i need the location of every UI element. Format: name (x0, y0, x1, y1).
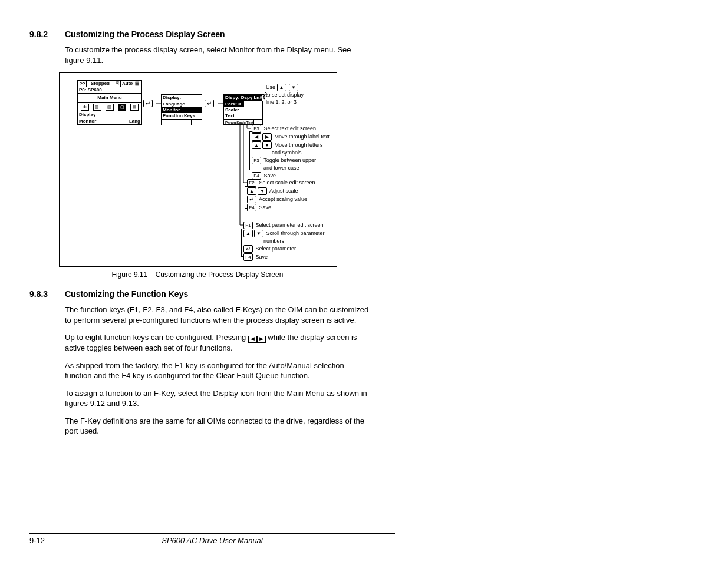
label: Select parameter (256, 246, 297, 252)
paragraph: Up to eight function keys can be configu… (65, 332, 371, 353)
text-edit-group: F3 Select text edit screen ◀▶ Move throu… (252, 125, 330, 180)
menu-icons-row: ✚ ▥ ▥ ▢ ▤ (78, 103, 141, 112)
left-arrow-icon: ◀ (248, 336, 257, 343)
right-arrow-icon: ▶ (257, 336, 266, 343)
f3-key-icon: F3 (252, 125, 261, 133)
enter-key-icon: ↵ (247, 196, 256, 203)
parameter-edit-group: F1 Select parameter edit screen ▲▼ Scrol… (243, 222, 325, 262)
instruction-line: to select display (266, 92, 304, 98)
display-label: Display (78, 112, 141, 118)
paper-icon: ▤ (130, 104, 139, 111)
down-arrow-icon: ▼ (254, 230, 263, 237)
lcd-display-menu: Display: Language Monitor Function Keys (161, 94, 202, 125)
paragraph: To assign a function to an F-Key, select… (65, 388, 371, 409)
enter-key-icon: ↵ (243, 245, 253, 253)
up-arrow-icon: ▲ (247, 187, 256, 195)
menu-item-language: Language (162, 101, 202, 107)
section-title: Customizing the Function Keys (65, 289, 188, 299)
figure-caption: Figure 9.11 – Customizing the Process Di… (59, 270, 336, 279)
scale-edit-group: F2 Select scale edit screen ▲▼ Adjust sc… (247, 179, 315, 212)
auto-label: Auto (120, 81, 134, 87)
lcd-dspy-line: Dispy: Dspy Ln# ⇕ Par#: # Scale: Text: P… (223, 94, 263, 125)
page-number: 9-12 (29, 536, 45, 545)
label: Save (256, 254, 268, 260)
label: and symbols (252, 150, 330, 156)
f2-key-icon: F2 (247, 179, 256, 187)
section-title: Customizing the Process Display Screen (65, 29, 225, 39)
section-heading-983: 9.8.3 Customizing the Function Keys (29, 289, 395, 299)
menu-item-function-keys: Function Keys (162, 113, 202, 119)
par-num: Par#: # (224, 101, 244, 107)
label: Move through label text (275, 134, 330, 140)
instruction-line: line 1, 2, or 3 (266, 99, 304, 105)
device-label: P0: SP600 (78, 87, 141, 94)
enter-key-icon: ↵ (143, 100, 153, 107)
top-instruction: Use ▲ ▼ to select display line 1, 2, or … (266, 84, 304, 106)
plus-icon: ✚ (81, 104, 89, 111)
f1-key-icon: F1 (243, 222, 253, 229)
label: Scroll through parameter (266, 230, 325, 236)
paragraph: The F-Key definitions are the same for a… (65, 416, 371, 437)
paragraph: The function keys (F1, F2, F3, and F4, a… (65, 305, 371, 325)
left-arrow-icon: ◀ (252, 133, 261, 141)
use-label: Use (266, 84, 275, 90)
lcd-main-menu: >> Stopped ☟ Auto ▤ P0: SP600 Main Menu … (77, 80, 142, 125)
dspy-title: Dispy: Dspy Ln# (225, 95, 262, 101)
up-arrow-icon: ▲ (252, 141, 261, 149)
hand-icon: ☟ (114, 81, 120, 87)
drive-icon: ▤ (134, 81, 140, 87)
text-fragment: Up to eight function keys can be configu… (65, 333, 248, 342)
softkey-param: Param (225, 120, 236, 124)
f3-key-icon: F3 (252, 157, 261, 164)
label: Move through letters (275, 142, 323, 148)
status-arrows: >> (79, 81, 87, 87)
label: Save (264, 173, 276, 178)
label: Accept scaling value (259, 196, 307, 202)
section-heading-982: 9.8.2 Customizing the Process Display Sc… (29, 29, 395, 39)
up-arrow-icon: ▲ (277, 84, 286, 91)
down-arrow-icon: ▼ (289, 84, 298, 91)
bracket (241, 229, 244, 257)
lines-icon: ▥ (106, 104, 114, 111)
label: Select parameter edit screen (256, 222, 324, 228)
manual-title: SP600 AC Drive User Manual (162, 536, 262, 545)
f4-key-icon: F4 (247, 204, 256, 211)
bracket (245, 186, 248, 209)
f4-key-icon: F4 (243, 253, 253, 261)
softkey-lang: Lang (123, 118, 140, 124)
scale-label: Scale: (224, 107, 262, 113)
lines-icon: ▥ (93, 104, 101, 111)
figure-9-11: >> Stopped ☟ Auto ▤ P0: SP600 Main Menu … (59, 72, 337, 267)
down-arrow-icon: ▼ (258, 187, 267, 195)
display-icon-selected: ▢ (118, 104, 126, 111)
page-footer: 9-12 SP600 AC Drive User Manual (29, 533, 395, 545)
right-arrow-icon: ▶ (262, 133, 272, 141)
up-arrow-icon: ▲ (243, 230, 253, 237)
enter-key-icon: ↵ (205, 100, 214, 107)
text-label: Text: (224, 113, 262, 119)
paragraph: To customize the process display screen,… (65, 45, 371, 65)
menu-title: Display: (162, 95, 202, 101)
label: Select scale edit screen (259, 180, 315, 186)
section-number: 9.8.2 (29, 29, 65, 39)
status-text: Stopped (87, 81, 114, 87)
label: Save (259, 204, 272, 210)
paragraph: As shipped from the factory, the F1 key … (65, 361, 371, 381)
menu-item-monitor-selected: Monitor (162, 107, 202, 113)
down-arrow-icon: ▼ (262, 141, 272, 149)
bracket (249, 131, 252, 170)
label: Toggle between upper (263, 157, 316, 163)
softkey-monitor: Monitor (79, 118, 123, 124)
label: and lower case (252, 165, 330, 171)
label: Select text edit screen (264, 125, 317, 131)
label: Adjust scale (269, 188, 298, 194)
section-number: 9.8.3 (29, 289, 65, 299)
menu-title: Main Menu (78, 94, 141, 103)
label: numbers (243, 238, 325, 244)
